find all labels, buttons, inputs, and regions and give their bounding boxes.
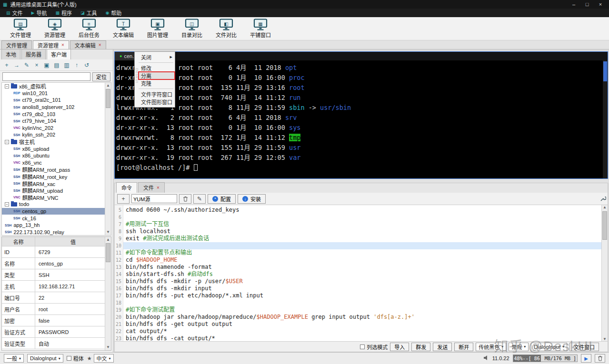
terminal-output[interactable]: drwxr-xr-x. 2 root root 6 4月 11 2018 opt… bbox=[115, 60, 608, 173]
menu-file[interactable]: ▤文件 bbox=[2, 9, 27, 17]
language-select[interactable]: ★ 中文 ▾ bbox=[87, 354, 114, 363]
theme-select[interactable]: 传统黑色▾ bbox=[476, 343, 506, 351]
search-input[interactable] bbox=[2, 72, 90, 81]
tree-item[interactable]: SSHct79_db2_103 bbox=[2, 110, 111, 118]
sidebar-tab-local[interactable]: 本地 bbox=[1, 49, 20, 59]
disconnect-button[interactable]: 断开 bbox=[454, 343, 473, 351]
close-tab-icon[interactable]: × bbox=[61, 42, 64, 48]
tab-resource-manager[interactable]: 资源管理× bbox=[33, 40, 69, 49]
tree-item[interactable]: SSHct79_hive_104 bbox=[2, 118, 111, 125]
tree-item[interactable]: VNC麒麟ARM_VNC bbox=[2, 194, 111, 201]
toolbar-directory-compare[interactable]: ◫目录对比 bbox=[175, 19, 209, 39]
toolbar-image-manager[interactable]: ▣图片管理 bbox=[141, 19, 174, 39]
tree-folder[interactable]: −todo bbox=[2, 201, 111, 208]
column-select-checkbox[interactable]: 列选模式 bbox=[360, 343, 388, 351]
scrollbar-thumb[interactable] bbox=[603, 61, 607, 81]
minimize-button[interactable]: – bbox=[568, 1, 579, 8]
send-button[interactable]: 发送 bbox=[433, 343, 452, 351]
style-select[interactable]: 一般 ▾ bbox=[4, 354, 24, 363]
tree-item[interactable]: SSH麒麟ARM_xac bbox=[2, 180, 111, 187]
toolbar-background-tasks[interactable]: ≡后台任务 bbox=[72, 19, 106, 39]
tree-item[interactable]: SSH麒麟ARM_upload bbox=[2, 187, 111, 194]
delete-icon[interactable]: × bbox=[32, 61, 41, 69]
scroll-up-icon[interactable]: ▲ bbox=[105, 83, 111, 89]
menu-item-file-char-window[interactable]: 文件字符窗口 bbox=[139, 90, 175, 98]
add-command-button[interactable]: + bbox=[117, 194, 130, 204]
edit-icon[interactable]: ✎ bbox=[22, 61, 31, 69]
menu-tools[interactable]: ◪工具 bbox=[76, 9, 101, 17]
tree-item[interactable]: SSHck_16 bbox=[2, 215, 111, 222]
menu-item-file-graphic-window[interactable]: 文件图形窗口 bbox=[139, 98, 175, 106]
tree-item[interactable]: SSH222.173.102.90_relay bbox=[2, 228, 111, 236]
undo-icon[interactable]: ↺ bbox=[82, 61, 91, 69]
tree-item[interactable]: VNCkylinVnc_202 bbox=[2, 125, 111, 132]
export-icon[interactable]: ↑ bbox=[72, 61, 81, 69]
clear-button[interactable] bbox=[595, 354, 605, 363]
command-editor[interactable]: 567891011121314151617181920212223 chmod … bbox=[115, 205, 608, 341]
tree-scrollbar[interactable]: ▲ ▼ bbox=[105, 83, 111, 235]
tree-item[interactable]: RDPwin10_201 bbox=[2, 90, 111, 97]
scroll-up-icon[interactable]: ▲ bbox=[105, 237, 111, 243]
tab-file-manager[interactable]: 文件管理 bbox=[1, 40, 32, 49]
tree-item[interactable]: SSH麒麟ARM_root_key bbox=[2, 173, 111, 180]
scroll-down-icon[interactable]: ▼ bbox=[105, 344, 111, 350]
edit-command-button[interactable]: ✎ bbox=[193, 194, 206, 204]
file-window-button[interactable]: 文件窗口 bbox=[569, 343, 599, 351]
expander-icon[interactable]: − bbox=[5, 202, 9, 207]
scroll-down-icon[interactable]: ▼ bbox=[105, 229, 111, 235]
toolbar-text-editor[interactable]: T文本编辑 bbox=[107, 19, 140, 39]
run-gc-button[interactable]: ▶ bbox=[581, 354, 591, 363]
close-tab-icon[interactable]: × bbox=[99, 42, 101, 48]
scrollbar-thumb[interactable] bbox=[602, 211, 607, 240]
tree-item[interactable]: SSHct79_oral2c_101 bbox=[2, 97, 111, 104]
tab-text-editor[interactable]: 文本编辑× bbox=[70, 40, 106, 49]
maximize-button[interactable]: □ bbox=[581, 1, 593, 8]
menu-item-close[interactable]: 关闭▶ bbox=[139, 53, 175, 61]
tree-item[interactable]: VNCx86_vnc bbox=[2, 159, 111, 167]
tree-folder[interactable]: −宿主机 bbox=[2, 138, 111, 146]
scrollbar-thumb[interactable] bbox=[106, 243, 110, 262]
tree-item[interactable]: SSHapp_13_hh bbox=[2, 222, 111, 229]
properties-scrollbar[interactable]: ▲ ▼ bbox=[105, 237, 111, 350]
menu-item-clone[interactable]: 克隆 bbox=[139, 79, 175, 87]
tree-item[interactable]: SSHanolis8_sqlserver_102 bbox=[2, 104, 111, 111]
close-tab-icon[interactable]: × bbox=[157, 185, 160, 190]
tree-item[interactable]: SSHx86_ubuntu bbox=[2, 152, 111, 159]
memory-indicator[interactable]: 48%--[ 86 MB/176 MB ] bbox=[513, 354, 578, 362]
install-button[interactable]: ↓ 安装 bbox=[238, 194, 266, 204]
tree-item[interactable]: SSH麒麟ARM_root_pass bbox=[2, 166, 111, 173]
close-button[interactable]: × bbox=[595, 1, 606, 8]
scroll-down-icon[interactable]: ▼ bbox=[602, 337, 608, 341]
copy-icon[interactable]: ▣ bbox=[42, 61, 51, 69]
panel-tab-command[interactable]: 命令 bbox=[116, 182, 137, 193]
menu-item-detach[interactable]: 分离 bbox=[139, 72, 175, 79]
connect-icon[interactable]: → bbox=[12, 61, 21, 69]
sidebar-tab-server[interactable]: 服务器 bbox=[21, 49, 46, 59]
font-select[interactable]: DialogInput▾ bbox=[531, 343, 567, 351]
scroll-up-icon[interactable]: ▲ bbox=[602, 205, 608, 209]
checkbox-icon[interactable] bbox=[67, 356, 71, 361]
terminal-window[interactable]: ● cen... drwxr-xr-x. 2 root root 6 4月 11… bbox=[114, 51, 608, 179]
tree-item[interactable]: SSHkylin_ssh_202 bbox=[2, 131, 111, 138]
columns-icon[interactable]: ▥ bbox=[62, 61, 71, 69]
checkbox-icon[interactable] bbox=[360, 344, 365, 349]
command-name-input[interactable] bbox=[131, 194, 177, 203]
delete-command-button[interactable] bbox=[179, 194, 191, 204]
scrollbar-thumb[interactable] bbox=[106, 89, 110, 108]
import-button[interactable]: 导入 bbox=[390, 343, 409, 351]
code-area[interactable]: chmod 0600 ~/.ssh/authorized_keys #用测试一下… bbox=[123, 205, 608, 341]
toolbar-resource-manager[interactable]: ◈资源管理 bbox=[38, 19, 71, 39]
locate-button[interactable]: 定位 bbox=[92, 72, 110, 81]
paste-icon[interactable]: ▤ bbox=[52, 61, 61, 69]
bold-checkbox[interactable]: 粗体 bbox=[67, 354, 84, 362]
terminal-scrollbar[interactable] bbox=[603, 60, 608, 178]
wrench-icon[interactable] bbox=[600, 196, 606, 203]
font-select[interactable]: DialogInput ▾ bbox=[27, 354, 63, 363]
toolbar-file-compare[interactable]: ◧文件对比 bbox=[210, 19, 243, 39]
broadcast-button[interactable]: 群发 bbox=[411, 343, 430, 351]
menu-programs[interactable]: ▦程序 bbox=[51, 9, 76, 17]
audio-icon[interactable] bbox=[483, 355, 489, 362]
add-icon[interactable]: + bbox=[2, 61, 11, 69]
sidebar-tab-client[interactable]: 客户端 bbox=[47, 49, 71, 59]
menu-help[interactable]: ◉帮助 bbox=[101, 9, 126, 17]
